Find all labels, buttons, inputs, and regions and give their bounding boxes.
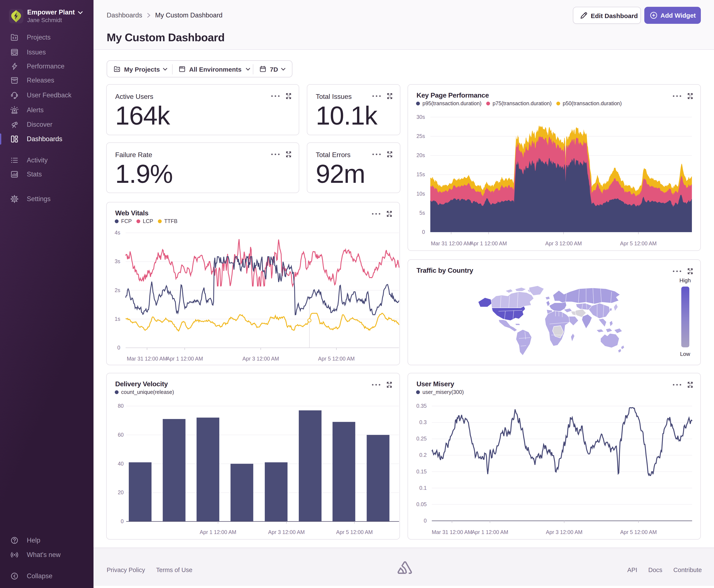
svg-text:Apr 3 12:00 AM: Apr 3 12:00 AM (242, 356, 279, 362)
svg-text:Apr 3 12:00 AM: Apr 3 12:00 AM (546, 529, 582, 535)
svg-text:60: 60 (118, 432, 124, 438)
svg-text:0: 0 (424, 518, 427, 524)
svg-text:Apr 5 12:00 AM: Apr 5 12:00 AM (620, 240, 657, 246)
svg-text:High: High (679, 277, 691, 284)
svg-text:5s: 5s (419, 210, 425, 216)
svg-text:25s: 25s (416, 133, 425, 139)
svg-text:0.2: 0.2 (419, 452, 427, 458)
svg-text:Apr 3 12:00 AM: Apr 3 12:00 AM (545, 240, 582, 246)
svg-text:Apr 1 12:00 AM: Apr 1 12:00 AM (166, 356, 203, 362)
svg-text:Mar 31 12:00 AM: Mar 31 12:00 AM (127, 356, 167, 362)
svg-text:2s: 2s (115, 287, 120, 293)
svg-text:Mar 31 12:00 AM: Mar 31 12:00 AM (432, 529, 472, 535)
svg-text:0: 0 (422, 229, 425, 235)
svg-text:Apr 1 12:00 AM: Apr 1 12:00 AM (472, 529, 508, 535)
svg-text:0.3: 0.3 (419, 419, 427, 425)
svg-text:Apr 5 12:00 AM: Apr 5 12:00 AM (318, 356, 355, 362)
svg-text:Apr 1 12:00 AM: Apr 1 12:00 AM (470, 240, 507, 246)
svg-text:Low: Low (680, 351, 690, 357)
svg-text:30s: 30s (416, 114, 425, 120)
svg-text:40: 40 (118, 461, 124, 467)
svg-text:Apr 3 12:00 AM: Apr 3 12:00 AM (268, 529, 305, 535)
svg-text:Apr 5 12:00 AM: Apr 5 12:00 AM (620, 529, 657, 535)
svg-text:20s: 20s (416, 152, 425, 158)
svg-text:0.35: 0.35 (416, 403, 427, 409)
svg-text:4s: 4s (115, 230, 120, 235)
svg-text:Apr 5 12:00 AM: Apr 5 12:00 AM (336, 529, 373, 535)
svg-text:0.05: 0.05 (416, 501, 427, 507)
svg-text:10s: 10s (416, 191, 425, 197)
svg-text:0: 0 (117, 344, 120, 351)
svg-text:1s: 1s (115, 316, 120, 322)
svg-text:0.1: 0.1 (419, 485, 427, 491)
svg-text:15s: 15s (416, 171, 425, 177)
svg-text:0.15: 0.15 (416, 468, 427, 475)
svg-text:0.25: 0.25 (416, 436, 427, 442)
svg-text:Mar 31 12:00 AM: Mar 31 12:00 AM (431, 240, 471, 246)
svg-text:20: 20 (118, 489, 124, 495)
svg-text:80: 80 (118, 403, 124, 409)
svg-text:0: 0 (121, 518, 124, 524)
svg-text:3s: 3s (115, 258, 120, 264)
svg-text:Apr 1 12:00 AM: Apr 1 12:00 AM (200, 529, 236, 535)
